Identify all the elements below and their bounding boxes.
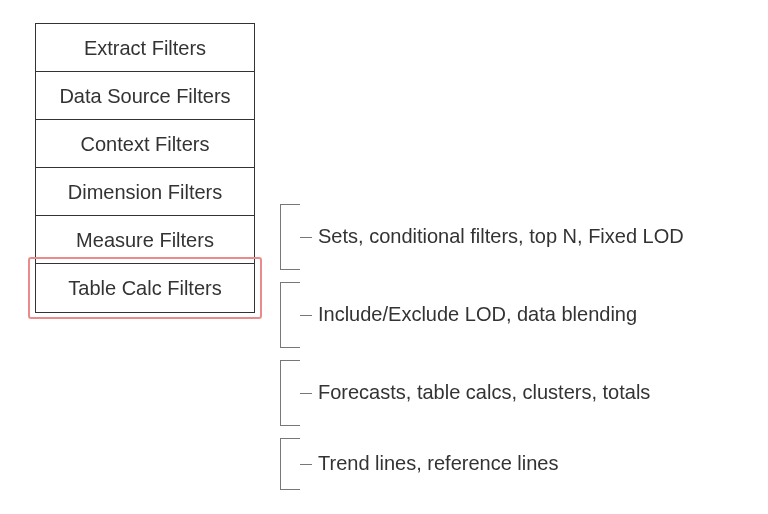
bracket-icon <box>280 282 300 348</box>
annotation-sets-fixed: Sets, conditional filters, top N, Fixed … <box>318 225 684 248</box>
node-dimension-filters: Dimension Filters <box>35 167 255 217</box>
bracket-icon <box>280 360 300 426</box>
node-data-source-filters: Data Source Filters <box>35 71 255 121</box>
node-label: Measure Filters <box>76 229 214 252</box>
bracket-icon <box>280 438 300 490</box>
node-label: Dimension Filters <box>68 181 222 204</box>
node-label: Extract Filters <box>84 37 206 60</box>
annotation-trend: Trend lines, reference lines <box>318 452 559 475</box>
annotation-include-exclude: Include/Exclude LOD, data blending <box>318 303 637 326</box>
node-context-filters: Context Filters <box>35 119 255 169</box>
node-label: Table Calc Filters <box>68 277 221 300</box>
annotation-forecasts: Forecasts, table calcs, clusters, totals <box>318 381 650 404</box>
flowchart: Extract Filters Data Source Filters Cont… <box>35 23 255 313</box>
node-label: Data Source Filters <box>59 85 230 108</box>
node-table-calc-filters: Table Calc Filters <box>35 263 255 313</box>
bracket-icon <box>280 204 300 270</box>
node-label: Context Filters <box>81 133 210 156</box>
node-extract-filters: Extract Filters <box>35 23 255 73</box>
